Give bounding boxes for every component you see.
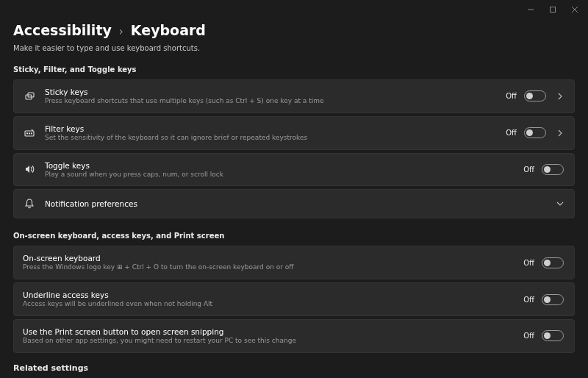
row-desc: Play a sound when you press caps, num, o… xyxy=(45,171,514,179)
bell-icon xyxy=(23,197,36,210)
row-toggle-keys[interactable]: Toggle keys Play a sound when you press … xyxy=(13,153,575,187)
row-notification-prefs[interactable]: Notification preferences xyxy=(13,189,575,218)
row-title: Underline access keys xyxy=(23,290,514,299)
page-content: Accessibility › Keyboard Make it easier … xyxy=(0,22,588,373)
svg-point-7 xyxy=(26,133,27,134)
toggle-filter-keys[interactable] xyxy=(524,127,546,138)
breadcrumb-parent[interactable]: Accessibility xyxy=(13,22,112,38)
chevron-right-icon[interactable] xyxy=(556,93,564,100)
toggle-underline[interactable] xyxy=(542,294,564,305)
row-desc: Based on other app settings, you might n… xyxy=(23,337,514,345)
toggle-state: Off xyxy=(523,165,534,174)
toggle-printscreen[interactable] xyxy=(542,330,564,341)
speaker-icon xyxy=(23,163,36,176)
filter-keys-icon xyxy=(23,126,36,140)
minimize-icon[interactable] xyxy=(526,5,535,14)
toggle-sticky-keys[interactable] xyxy=(524,90,546,101)
row-title: On-screen keyboard xyxy=(23,254,514,263)
row-title: Sticky keys xyxy=(45,88,497,96)
chevron-right-icon: › xyxy=(119,25,123,38)
window-titlebar xyxy=(0,0,588,19)
toggle-state: Off xyxy=(523,296,534,304)
row-desc: Access keys will be underlined even when… xyxy=(23,300,514,308)
close-icon[interactable] xyxy=(570,5,579,14)
row-filter-keys[interactable]: Filter keys Set the sensitivity of the k… xyxy=(13,116,575,150)
svg-point-9 xyxy=(31,133,32,134)
sticky-keys-icon xyxy=(23,90,36,103)
row-title: Notification preferences xyxy=(45,199,545,208)
maximize-icon[interactable] xyxy=(548,5,557,14)
row-print-screen-snip[interactable]: Use the Print screen button to open scre… xyxy=(13,319,575,353)
toggle-state: Off xyxy=(506,129,517,137)
section-heading-sticky: Sticky, Filter, and Toggle keys xyxy=(13,65,575,74)
row-desc: Press keyboard shortcuts that use multip… xyxy=(45,97,497,105)
row-title: Use the Print screen button to open scre… xyxy=(23,327,514,336)
section-heading-screen: On-screen keyboard, access keys, and Pri… xyxy=(13,232,575,240)
row-underline-access-keys[interactable]: Underline access keys Access keys will b… xyxy=(13,282,575,316)
toggle-state: Off xyxy=(506,92,517,100)
svg-rect-1 xyxy=(551,7,556,13)
toggle-state: Off xyxy=(523,259,534,267)
row-desc: Press the Windows logo key ⊞ + Ctrl + O … xyxy=(23,263,514,271)
row-title: Toggle keys xyxy=(45,161,514,170)
row-sticky-keys[interactable]: Sticky keys Press keyboard shortcuts tha… xyxy=(13,79,575,113)
row-desc: Set the sensitivity of the keyboard so i… xyxy=(45,134,497,142)
page-subtitle: Make it easier to type and use keyboard … xyxy=(13,44,575,52)
chevron-right-icon[interactable] xyxy=(556,129,564,137)
chevron-down-icon[interactable] xyxy=(556,200,564,207)
row-title: Filter keys xyxy=(45,124,497,133)
breadcrumb: Accessibility › Keyboard xyxy=(13,22,575,38)
section-heading-related: Related settings xyxy=(13,363,575,373)
toggle-state: Off xyxy=(523,332,534,340)
toggle-osk[interactable] xyxy=(542,257,564,268)
row-on-screen-keyboard[interactable]: On-screen keyboard Press the Windows log… xyxy=(13,246,575,279)
toggle-toggle-keys[interactable] xyxy=(542,164,564,175)
svg-point-8 xyxy=(29,133,29,134)
page-title: Keyboard xyxy=(131,22,206,38)
